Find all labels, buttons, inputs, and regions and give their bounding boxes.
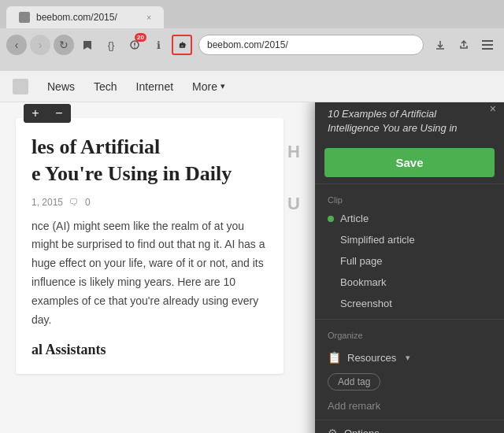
empty-dot-4 bbox=[328, 301, 334, 307]
toolbar: ‹ › ↻ {} 20 ℹ bbox=[0, 28, 504, 61]
divider-1 bbox=[315, 183, 504, 184]
empty-dot-2 bbox=[328, 258, 334, 265]
zoom-out-button[interactable]: − bbox=[47, 104, 71, 123]
article-card: + − les of Artificial e You're Using in … bbox=[16, 118, 284, 374]
download-button[interactable] bbox=[430, 35, 450, 55]
browser-tab[interactable]: beebom.com/2015/ × bbox=[6, 6, 164, 28]
empty-dot bbox=[328, 237, 334, 243]
clip-screenshot-option[interactable]: Screenshot bbox=[315, 293, 504, 314]
article-title: les of Artificial e You're Using in Dail… bbox=[32, 134, 268, 187]
clip-simplified-label: Simplified article bbox=[340, 234, 415, 246]
notebook-icon: 📋 bbox=[328, 351, 341, 364]
article-subheading: al Assistants bbox=[32, 342, 268, 358]
evernote-button[interactable] bbox=[172, 35, 192, 55]
url-bar[interactable] bbox=[198, 35, 424, 55]
clip-article-option[interactable]: Article bbox=[315, 208, 504, 229]
forward-button[interactable]: › bbox=[30, 35, 50, 55]
popup-close-button[interactable]: × bbox=[490, 102, 496, 115]
svg-point-2 bbox=[134, 46, 135, 48]
share-button[interactable] bbox=[454, 35, 474, 55]
resources-label: Resources bbox=[347, 352, 396, 364]
bookmarks-button[interactable] bbox=[77, 35, 98, 55]
back-button[interactable]: ‹ bbox=[6, 35, 27, 55]
nav-tech[interactable]: Tech bbox=[94, 80, 117, 93]
svg-rect-7 bbox=[482, 44, 493, 46]
zoom-in-button[interactable]: + bbox=[24, 104, 47, 123]
site-nav: News Tech Internet More ▾ bbox=[0, 71, 504, 102]
clip-screenshot-label: Screenshot bbox=[340, 298, 392, 309]
divider-2 bbox=[315, 319, 504, 320]
nav-more[interactable]: More ▾ bbox=[192, 80, 225, 93]
clip-bookmark-option[interactable]: Bookmark bbox=[315, 272, 504, 293]
active-dot bbox=[328, 216, 334, 222]
add-remark-button[interactable]: Add remark bbox=[315, 395, 504, 416]
clip-bookmark-label: Bookmark bbox=[340, 276, 387, 288]
organize-section-label: Organize bbox=[315, 324, 504, 343]
tab-title: beebom.com/2015/ bbox=[36, 12, 117, 23]
comment-icon: 🗨 bbox=[69, 197, 79, 208]
clip-simplified-option[interactable]: Simplified article bbox=[315, 229, 504, 250]
add-tag-button[interactable]: Add tag bbox=[328, 373, 380, 390]
chevron-down-icon: ▾ bbox=[220, 81, 225, 91]
resources-row[interactable]: 📋 Resources ▾ bbox=[315, 346, 504, 368]
site-logo bbox=[13, 79, 28, 94]
article-date: 1, 2015 🗨 0 bbox=[32, 197, 268, 208]
nav-internet[interactable]: Internet bbox=[136, 80, 173, 93]
info-button[interactable]: ℹ bbox=[148, 35, 169, 55]
clip-section-label: Clip bbox=[315, 189, 504, 208]
options-label: Options bbox=[344, 427, 380, 433]
popup-title: 10 Examples of Artificial Intelligence Y… bbox=[315, 102, 488, 142]
right-content-peek: H U bbox=[287, 142, 303, 214]
save-button[interactable]: Save bbox=[324, 148, 495, 177]
clip-article-label: Article bbox=[340, 213, 369, 224]
menu-button[interactable] bbox=[477, 35, 498, 55]
notification-badge: 20 bbox=[135, 33, 146, 42]
clip-fullpage-option[interactable]: Full page bbox=[315, 250, 504, 272]
svg-rect-8 bbox=[482, 48, 493, 50]
notifications-button[interactable]: 20 bbox=[124, 35, 145, 55]
tab-bar: beebom.com/2015/ × bbox=[0, 0, 504, 28]
devtools-button[interactable]: {} bbox=[101, 35, 121, 55]
clip-fullpage-label: Full page bbox=[340, 255, 382, 267]
options-row[interactable]: ⚙ Options bbox=[315, 420, 504, 433]
gear-icon: ⚙ bbox=[328, 427, 338, 433]
tab-close-button[interactable]: × bbox=[146, 13, 151, 22]
evernote-popup: × 10 Examples of Artificial Intelligence… bbox=[315, 102, 504, 433]
zoom-controls: + − bbox=[24, 104, 71, 123]
refresh-button[interactable]: ↻ bbox=[54, 35, 74, 55]
svg-rect-6 bbox=[482, 40, 493, 42]
empty-dot-3 bbox=[328, 279, 334, 286]
browser-chrome: beebom.com/2015/ × ‹ › ↻ {} 20 bbox=[0, 0, 504, 71]
page-content: + − les of Artificial e You're Using in … bbox=[0, 102, 504, 433]
tab-favicon bbox=[19, 12, 30, 23]
organize-section: 📋 Resources ▾ Add tag Add remark bbox=[315, 343, 504, 420]
resources-chevron-icon: ▾ bbox=[406, 353, 410, 363]
article-body: nce (AI) might seem like the realm of at… bbox=[32, 217, 268, 330]
nav-news[interactable]: News bbox=[47, 80, 75, 93]
